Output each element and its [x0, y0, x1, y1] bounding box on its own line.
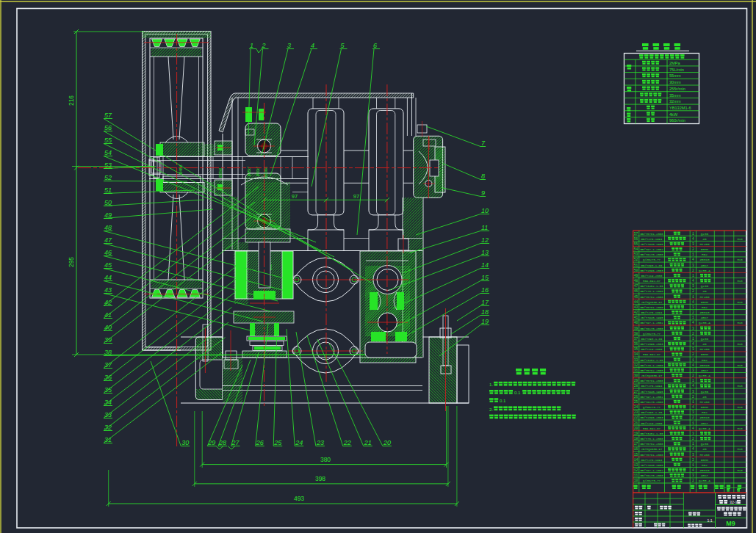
svg-text:1: 1: [692, 316, 694, 319]
svg-text:3: 3: [692, 453, 694, 457]
svg-text:Q235: Q235: [701, 337, 709, 341]
svg-text:40Cr: 40Cr: [701, 316, 709, 319]
svg-text:4: 4: [311, 42, 314, 49]
svg-text:4: 4: [692, 405, 694, 409]
svg-text:22: 22: [634, 416, 638, 419]
svg-text:1.: 1.: [489, 382, 493, 387]
svg-text:Q235-A: Q235-A: [699, 269, 710, 272]
svg-text:M10: M10: [737, 469, 743, 472]
svg-text:HT200: HT200: [699, 347, 710, 351]
svg-text:6: 6: [373, 42, 377, 49]
svg-text:40: 40: [634, 321, 638, 324]
svg-text:GB/T6170-2000: GB/T6170-2000: [640, 474, 663, 477]
svg-text:1: 1: [692, 337, 694, 341]
svg-text:14: 14: [634, 458, 638, 462]
svg-text:JB/ZQ4606-97: JB/ZQ4606-97: [641, 374, 663, 377]
svg-text:H62: H62: [702, 463, 708, 467]
svg-text:JB/T7940-1995: JB/T7940-1995: [640, 243, 663, 246]
svg-text:JB/T7940-1995: JB/T7940-1995: [640, 391, 663, 394]
svg-text:2: 2: [692, 332, 694, 336]
svg-text:Q/ZB275-77: Q/ZB275-77: [643, 406, 661, 409]
svg-text:45: 45: [702, 447, 707, 451]
svg-text:4: 4: [692, 300, 694, 304]
svg-text:26: 26: [634, 395, 638, 399]
svg-text:GB/T6170-2000: GB/T6170-2000: [640, 401, 663, 404]
svg-text:4: 4: [692, 258, 694, 261]
svg-text:54: 54: [634, 247, 638, 251]
svg-text:8: 8: [481, 173, 485, 180]
svg-text:GB/T5782-2000: GB/T5782-2000: [640, 443, 663, 446]
svg-text:37: 37: [634, 337, 638, 341]
svg-text:M10: M10: [737, 343, 743, 346]
svg-text:2: 2: [692, 479, 694, 482]
svg-text:GB/T5782-2000: GB/T5782-2000: [640, 296, 663, 299]
svg-text:27: 27: [231, 439, 240, 446]
svg-text:Q235-A: Q235-A: [699, 374, 710, 377]
svg-text:Q235-A: Q235-A: [699, 479, 710, 482]
svg-text:M9: M9: [726, 520, 735, 527]
svg-text:Q/ZB275-77: Q/ZB275-77: [643, 333, 661, 336]
svg-text:1: 1: [692, 232, 694, 236]
svg-text:45: 45: [634, 295, 638, 299]
svg-text:M10: M10: [737, 280, 743, 283]
svg-text:13: 13: [634, 463, 638, 467]
svg-text:398: 398: [315, 475, 325, 482]
svg-text:JB/ZQ4606-97: JB/ZQ4606-97: [641, 301, 663, 304]
svg-text:65Mn: 65Mn: [701, 458, 709, 462]
svg-text:JB/T7940-1995: JB/T7940-1995: [640, 464, 663, 467]
svg-text:49: 49: [634, 274, 638, 278]
svg-text:97: 97: [353, 193, 359, 200]
svg-text:75L/min: 75L/min: [669, 68, 684, 72]
svg-text:51: 51: [104, 186, 112, 194]
svg-text:4: 4: [692, 384, 694, 388]
svg-text:44: 44: [104, 274, 112, 281]
svg-text:18: 18: [634, 437, 638, 440]
svg-text:32: 32: [634, 363, 638, 367]
svg-text:30: 30: [634, 374, 638, 377]
svg-text:3: 3: [692, 390, 694, 394]
svg-text:4: 4: [692, 427, 694, 430]
svg-text:HG4-692-67: HG4-692-67: [643, 427, 661, 430]
svg-text:380: 380: [320, 456, 331, 463]
svg-text:24: 24: [634, 405, 638, 409]
svg-text:4: 4: [692, 363, 694, 367]
svg-text:GB/T70.1-2000: GB/T70.1-2000: [640, 438, 663, 440]
svg-text:M10: M10: [737, 238, 743, 241]
svg-text:ZG310: ZG310: [699, 468, 710, 472]
svg-text:43: 43: [104, 286, 112, 294]
svg-text:Q/ZB275-77: Q/ZB275-77: [643, 479, 661, 482]
svg-text:46: 46: [104, 249, 112, 256]
svg-text:1: 1: [250, 42, 253, 49]
svg-text:20: 20: [383, 439, 391, 446]
svg-text:GB/T97.1-2002: GB/T97.1-2002: [640, 248, 663, 251]
svg-text:65Mn: 65Mn: [701, 247, 709, 251]
svg-text:1: 1: [692, 421, 694, 425]
svg-text:38: 38: [104, 349, 112, 356]
svg-text:55mm: 55mm: [669, 73, 681, 78]
svg-text:1: 1: [692, 442, 694, 446]
svg-text:Q235: Q235: [701, 284, 709, 288]
svg-text:GB/T276-1994: GB/T276-1994: [641, 311, 663, 314]
svg-text:216: 216: [68, 95, 75, 106]
svg-text:GB/T5781-2000: GB/T5781-2000: [640, 380, 663, 382]
svg-text:10: 10: [634, 479, 638, 482]
svg-text:GB/T97.1-2002: GB/T97.1-2002: [640, 322, 663, 324]
svg-text:23: 23: [634, 410, 638, 414]
svg-text:GB/T6170-2000: GB/T6170-2000: [640, 327, 663, 330]
svg-text:31: 31: [634, 369, 638, 372]
svg-text:3: 3: [692, 347, 694, 351]
svg-text:Q235: Q235: [701, 442, 709, 446]
svg-text:3: 3: [692, 264, 694, 267]
svg-text:52: 52: [104, 174, 112, 181]
svg-text:65Mn: 65Mn: [701, 405, 709, 409]
svg-text:16: 16: [634, 447, 638, 451]
svg-text:53: 53: [634, 253, 638, 256]
svg-text:11: 11: [481, 224, 488, 231]
svg-text:1: 1: [692, 358, 694, 362]
svg-text:48: 48: [634, 279, 638, 283]
svg-text:GB/T119-2000: GB/T119-2000: [641, 422, 663, 425]
svg-text:GB/T276-1994: GB/T276-1994: [641, 238, 663, 241]
svg-text:HT200: HT200: [699, 400, 710, 404]
svg-text:4: 4: [692, 279, 694, 283]
svg-text:4: 4: [692, 321, 694, 324]
